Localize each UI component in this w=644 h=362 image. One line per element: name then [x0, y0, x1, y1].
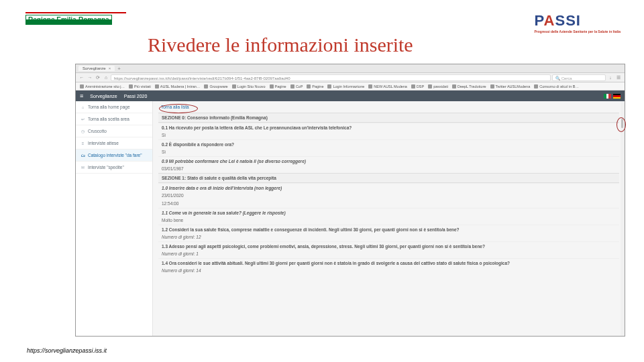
bookmark-item[interactable]: Groupware — [204, 84, 227, 88]
bookmark-item[interactable]: Twitter AUSLModena — [490, 84, 531, 88]
sidebar: ⌂Torna alla home page↩Torna alla scelta … — [76, 101, 153, 336]
flag-it-icon[interactable] — [604, 94, 611, 99]
bookmark-item[interactable]: Pagine — [307, 84, 323, 88]
bookmark-item[interactable]: CoP — [290, 84, 303, 88]
bookmarks-bar: Amministrazione sito j…Più visitatiAUSL … — [76, 82, 625, 90]
answer-1-2: Numero di giorni: 12 — [158, 233, 619, 241]
app-name[interactable]: Sorveglianze — [90, 94, 117, 99]
question-1-1: 1.1 Come va in generale la sua salute? (… — [158, 208, 619, 217]
search-field[interactable]: 🔍 Cerca — [552, 74, 606, 81]
browser-tab[interactable]: Sorveglianze× — [78, 66, 115, 71]
sidebar-label: Catalogo interviste "da fare" — [88, 153, 142, 158]
back-to-list-link[interactable]: Torna alla lista — [158, 103, 192, 111]
browser-window: Sorveglianze× + ← → ⟳ ⌂ https://sorvegli… — [75, 64, 625, 337]
sidebar-label: Cruscotto — [88, 129, 107, 133]
bookmark-item[interactable]: Login Informazione — [327, 84, 364, 88]
bookmark-item[interactable]: DeepL Traduttore — [452, 84, 486, 88]
answer-0-9: 03/01/1987 — [158, 165, 619, 173]
sidebar-label: Torna alla home page — [88, 105, 130, 109]
answer-1-3: Numero di giorni: 1 — [158, 250, 619, 258]
answer-1-1: Molto bene — [158, 217, 619, 225]
answer-0-2: Sì — [158, 148, 619, 156]
slide-title: Rivedere le informazioni inserite — [148, 34, 413, 56]
section-1-header: SEZIONE 1: Stato di salute e qualità del… — [158, 173, 619, 183]
new-tab-button[interactable]: + — [117, 66, 121, 72]
bookmark-item[interactable]: Login Sito Nuovo — [232, 84, 266, 88]
footer-url: https://sorveglianzepassi.iss.it — [27, 347, 107, 354]
answer-1-0-date: 23/01/2020 — [158, 192, 619, 200]
tab-bar: Sorveglianze× + — [76, 64, 625, 73]
back-icon[interactable]: ← — [78, 74, 85, 81]
question-0-1: 0.1 Ha ricevuto per posta la lettera del… — [158, 123, 619, 131]
scrollbar-thumb[interactable] — [621, 119, 623, 128]
bookmark-item[interactable]: Pagine — [270, 84, 286, 88]
sidebar-label: Torna alla scelta area — [88, 117, 129, 121]
answer-1-4: Numero di giorni: 14 — [158, 267, 619, 275]
sidebar-icon: ⌂ — [80, 105, 85, 109]
question-1-2: 1.2 Consideri la sua salute fisica, comp… — [158, 225, 619, 233]
sidebar-item-5[interactable]: ✉Interviste "spedite" — [76, 162, 152, 174]
app-toolbar: ≡ Sorveglianze Passi 2020 — [76, 90, 625, 101]
app-survey[interactable]: Passi 2020 — [124, 94, 148, 99]
bookmark-item[interactable]: NEW AUSL Modena — [368, 84, 407, 88]
sidebar-icon: ◷ — [80, 129, 85, 133]
question-1-0: 1.0 Inserire data e ora di inizio dell'i… — [158, 183, 619, 192]
reload-icon[interactable]: ⟳ — [95, 74, 101, 81]
download-icon[interactable]: ↓ — [607, 74, 614, 81]
answer-1-0-time: 12:54:00 — [158, 200, 619, 208]
sidebar-icon: ✉ — [80, 165, 85, 170]
sidebar-item-2[interactable]: ◷Cruscotto — [76, 125, 152, 137]
bookmark-item[interactable]: passidati — [428, 84, 448, 88]
forward-icon[interactable]: → — [87, 74, 93, 81]
url-bar: ← → ⟳ ⌂ https://sorveglianzepassi.iss.it… — [76, 73, 625, 82]
bookmark-item[interactable]: Consumo di alcol in B… — [534, 84, 579, 88]
question-1-4: 1.4 Ora consideri le sue attività abitua… — [158, 258, 619, 267]
content-area: Torna alla lista SEZIONE 0: Consenso inf… — [153, 101, 625, 336]
answer-0-1: Sì — [158, 131, 619, 139]
url-field[interactable]: https://sorveglianzepassi.iss.it/it/dati… — [111, 74, 551, 81]
home-icon[interactable]: ⌂ — [103, 74, 109, 81]
flag-de-icon[interactable] — [613, 94, 621, 99]
sidebar-item-0[interactable]: ⌂Torna alla home page — [76, 101, 152, 113]
sidebar-icon: ↩ — [80, 117, 85, 121]
sidebar-item-3[interactable]: ≡Interviste attese — [76, 137, 152, 149]
library-icon[interactable]: ☰ — [615, 74, 622, 81]
sidebar-label: Interviste "spedite" — [88, 165, 124, 170]
section-0-header: SEZIONE 0: Consenso informato (Emilia Ro… — [158, 113, 619, 123]
bookmark-item[interactable]: AUSL Modena | Intran… — [155, 84, 201, 88]
sidebar-icon: 🗂 — [80, 153, 85, 158]
bookmark-item[interactable]: Più visitati — [129, 84, 151, 88]
region-logo: Regione Emilia-Romagna — [25, 12, 126, 25]
scrollbar[interactable] — [621, 101, 625, 336]
question-1-3: 1.3 Adesso pensi agli aspetti psicologic… — [158, 241, 619, 250]
sidebar-item-4[interactable]: 🗂Catalogo interviste "da fare" — [76, 149, 152, 162]
hamburger-icon[interactable]: ≡ — [80, 93, 83, 99]
passi-logo: PASSI Progressi delle Aziende Sanitarie … — [535, 12, 621, 34]
question-0-9: 0.9 Mi potrebbe confermare che Lei è nat… — [158, 156, 619, 165]
sidebar-item-1[interactable]: ↩Torna alla scelta area — [76, 113, 152, 125]
bookmark-item[interactable]: DSP — [411, 84, 424, 88]
question-0-2: 0.2 È disponibile a rispondere ora? — [158, 139, 619, 148]
sidebar-icon: ≡ — [80, 141, 85, 145]
bookmark-item[interactable]: Amministrazione sito j… — [80, 84, 125, 88]
sidebar-label: Interviste attese — [88, 141, 119, 145]
close-tab-icon[interactable]: × — [109, 66, 111, 70]
